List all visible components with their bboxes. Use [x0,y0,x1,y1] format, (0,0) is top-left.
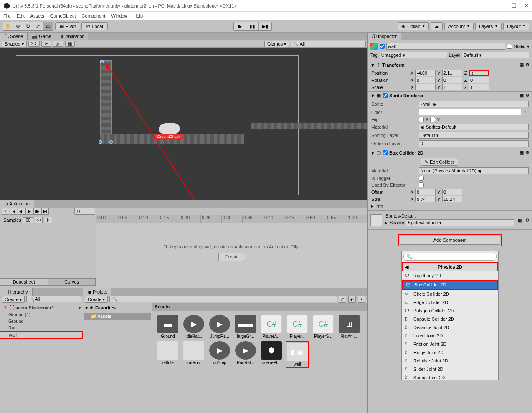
comp-springjoint2d[interactable]: ⟟Spring Joint 2D [402,373,498,380]
asset-ratrun[interactable]: ▫▫▫ratRun [182,341,205,368]
pause-icon[interactable]: ▮▮ [246,22,259,30]
tag-dropdown[interactable]: Untagged ▾ [380,52,447,58]
asset-ratidle[interactable]: ▫▫▫ratIdle [156,341,180,368]
tab-hierarchy[interactable]: ≡ Hierarchy [0,288,33,296]
istrigger-checkbox[interactable] [419,176,424,181]
pos-x-field[interactable]: -4.69 [415,70,436,76]
back-icon[interactable]: ◀ [405,264,408,270]
box-header[interactable]: Box Collider 2D [389,150,518,155]
edit-collider-button[interactable]: ✎ Edit Collider [421,158,458,166]
frame-field[interactable]: 0 [74,208,95,215]
comp-rigidbody2d[interactable]: ⬡Rigidbody 2D [402,271,498,280]
help-icon[interactable]: ▦ [519,150,524,155]
rotate-tool-icon[interactable]: ↻ [23,22,33,30]
hierarchy-search[interactable]: 🔍 All [26,296,81,302]
scene-search[interactable]: 🔍 All [291,41,366,47]
menu-component[interactable]: Component [81,13,105,18]
project-search[interactable]: 🔍 [109,296,337,302]
rot-y-field[interactable]: 0 [442,77,462,83]
first-frame-icon[interactable]: |◀ [10,208,17,215]
help-icon[interactable]: ▦ [519,93,524,98]
last-frame-icon[interactable]: ▶| [41,208,49,215]
comp-relativejoint2d[interactable]: ⟟Relative Joint 2D [402,357,498,365]
tab-project[interactable]: ▣ Project [83,288,111,296]
menu-window[interactable]: Window [111,13,127,18]
add-component-button[interactable]: Add Component [400,236,501,245]
minimize-icon[interactable]: — [499,3,504,9]
asset-player-cs[interactable]: C#Player... [286,315,309,339]
asset-ratstep[interactable]: ▶ratStep [208,341,231,368]
comp-circlecollider2d[interactable]: ○Circle Collider 2D [402,290,498,298]
account-dropdown[interactable]: Account ▼ [444,23,474,30]
selection-handle[interactable] [99,140,102,144]
scene-canvas[interactable]: GroundCheck [0,48,367,200]
selection-handle[interactable] [109,140,113,144]
scale-y-field[interactable]: 1 [442,84,462,90]
help-icon[interactable]: ▦ [519,62,524,68]
ground-sprite-2[interactable] [251,123,367,129]
gear-icon[interactable]: ⚙ [525,93,529,98]
gear-icon[interactable]: ⚙ [525,218,529,223]
menu-gameobject[interactable]: GameObject [50,13,76,18]
curves-tab[interactable]: Curves [48,278,96,286]
offset-y-field[interactable]: 0 [442,189,462,195]
rat-sprite[interactable] [159,123,180,134]
offset-x-field[interactable]: 0 [415,189,436,195]
comp-edgecollider2d[interactable]: ▱Edge Collider 2D [402,298,498,307]
sprite-enable-checkbox[interactable] [383,93,388,98]
comp-sliderjoint2d[interactable]: ⟟Slider Joint 2D [402,365,498,373]
project-breadcrumb[interactable]: Assets [152,303,367,311]
assets-folder[interactable]: 📁 Assets [84,313,151,320]
shading-dropdown[interactable]: Shaded ▾ [2,41,27,47]
asset-wall[interactable]: ▮ ◉wall [286,341,309,368]
fx-toggle-icon[interactable]: ▦ [65,41,75,47]
gameobject-icon[interactable] [370,43,378,50]
gear-icon[interactable]: ⚙ [525,62,529,68]
maximize-icon[interactable]: ☐ [512,3,517,9]
size-y-field[interactable]: 10.24 [442,196,462,202]
hierarchy-item[interactable]: Ground [0,318,83,324]
order-field[interactable]: 0 [419,140,529,147]
2d-toggle[interactable]: 2D [28,41,40,47]
layers-dropdown[interactable]: Layers ▼ [475,23,502,30]
step-icon[interactable]: ▶▮ [259,22,271,30]
add-event-icon[interactable]: |+ [45,217,52,223]
wall-sprite[interactable] [100,60,112,144]
search-save-icon[interactable]: ★ [358,296,365,303]
move-tool-icon[interactable]: ✥ [13,22,23,30]
comp-fixedjoint2d[interactable]: ⟟Fixed Joint 2D [402,332,498,340]
pos-y-field[interactable]: 2.11 [442,70,462,76]
hierarchy-item-wall[interactable]: wall [0,331,83,339]
size-x-field[interactable]: 0.74 [415,196,436,202]
close-icon[interactable]: ✕ [524,3,529,9]
layout-dropdown[interactable]: Layout ▼ [503,23,529,30]
rect-tool-icon[interactable]: ▭ [43,22,53,30]
asset-runrat[interactable]: ▶RunRat... [234,341,257,368]
comp-frictionjoint2d[interactable]: ⟟Friction Joint 2D [402,340,498,348]
static-checkbox[interactable] [507,44,512,49]
audio-toggle-icon[interactable]: 🔊 [53,41,63,47]
box-enable-checkbox[interactable] [383,150,388,155]
local-toggle[interactable]: ◎ Local [81,22,107,30]
transform-header[interactable]: Transform [382,63,518,68]
tab-scene[interactable]: ⛶ Scene [0,33,28,40]
popup-category-header[interactable]: ◀Physics 2D [402,262,498,271]
flip-y-checkbox[interactable] [430,117,435,122]
samples-field[interactable]: 60 [23,217,33,223]
light-toggle-icon[interactable]: ☀ [41,41,51,47]
color-field[interactable] [419,109,521,115]
asset-ground[interactable]: ▬Ground [156,315,180,339]
name-field[interactable]: wall [386,43,505,50]
record-icon[interactable]: ● [2,208,9,215]
dopesheet-tab[interactable]: Dopesheet [0,278,48,286]
menu-assets[interactable]: Assets [30,13,44,18]
next-frame-icon[interactable]: |▶ [33,208,41,215]
comp-hingejoint2d[interactable]: ⟟Hinge Joint 2D [402,348,498,357]
eyedropper-icon[interactable]: 💉 [523,109,529,115]
rot-z-field[interactable]: 0 [469,77,489,83]
hierarchy-item[interactable]: Ground (1) [0,311,83,318]
gizmos-dropdown[interactable]: Gizmos ▾ [264,41,289,47]
asset-ratani[interactable]: ⊞RatAni... [337,315,361,339]
comp-boxcollider2d[interactable]: ▢Box Collider 2D [402,280,498,290]
hierarchy-item[interactable]: Rat [0,324,83,331]
